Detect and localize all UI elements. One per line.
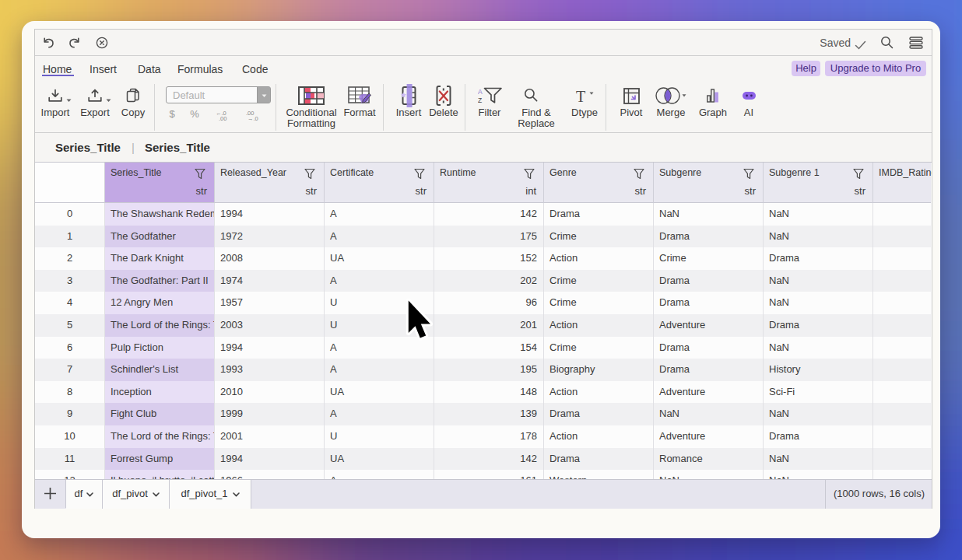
svg-text:.00: .00 [219,115,226,121]
svg-text:A: A [478,88,483,96]
svg-text:Z: Z [478,96,482,104]
svg-text:→.0: →.0 [248,115,258,121]
svg-text:T: T [576,88,585,104]
